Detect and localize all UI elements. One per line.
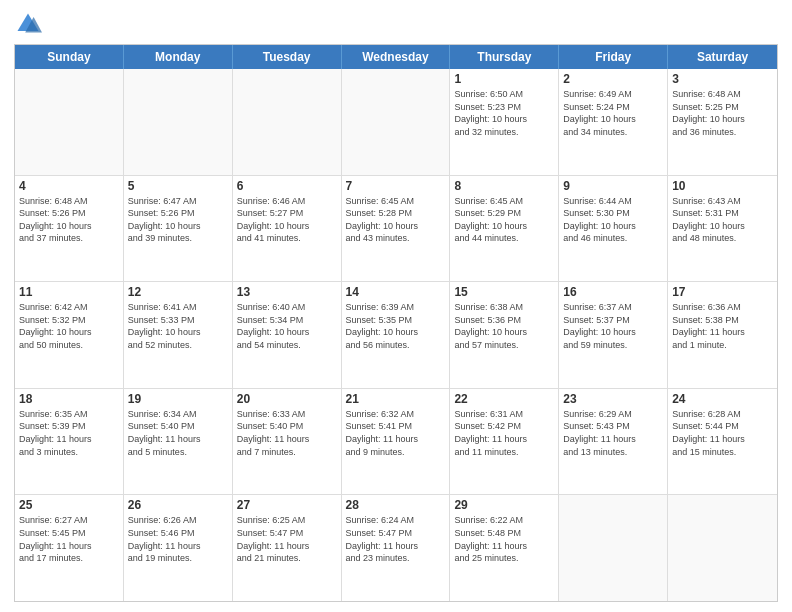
day-info: Sunrise: 6:43 AM Sunset: 5:31 PM Dayligh… <box>672 195 773 245</box>
day-info: Sunrise: 6:39 AM Sunset: 5:35 PM Dayligh… <box>346 301 446 351</box>
day-number: 21 <box>346 392 446 406</box>
day-number: 5 <box>128 179 228 193</box>
day-info: Sunrise: 6:36 AM Sunset: 5:38 PM Dayligh… <box>672 301 773 351</box>
day-info: Sunrise: 6:24 AM Sunset: 5:47 PM Dayligh… <box>346 514 446 564</box>
day-number: 6 <box>237 179 337 193</box>
calendar-row-2: 11Sunrise: 6:42 AM Sunset: 5:32 PM Dayli… <box>15 281 777 388</box>
day-info: Sunrise: 6:45 AM Sunset: 5:29 PM Dayligh… <box>454 195 554 245</box>
day-number: 11 <box>19 285 119 299</box>
day-number: 2 <box>563 72 663 86</box>
day-cell-13: 13Sunrise: 6:40 AM Sunset: 5:34 PM Dayli… <box>233 282 342 388</box>
day-info: Sunrise: 6:32 AM Sunset: 5:41 PM Dayligh… <box>346 408 446 458</box>
day-cell-11: 11Sunrise: 6:42 AM Sunset: 5:32 PM Dayli… <box>15 282 124 388</box>
day-info: Sunrise: 6:37 AM Sunset: 5:37 PM Dayligh… <box>563 301 663 351</box>
day-number: 17 <box>672 285 773 299</box>
day-number: 7 <box>346 179 446 193</box>
day-number: 22 <box>454 392 554 406</box>
day-number: 13 <box>237 285 337 299</box>
day-info: Sunrise: 6:22 AM Sunset: 5:48 PM Dayligh… <box>454 514 554 564</box>
day-cell-17: 17Sunrise: 6:36 AM Sunset: 5:38 PM Dayli… <box>668 282 777 388</box>
empty-cell <box>342 69 451 175</box>
day-cell-18: 18Sunrise: 6:35 AM Sunset: 5:39 PM Dayli… <box>15 389 124 495</box>
day-cell-20: 20Sunrise: 6:33 AM Sunset: 5:40 PM Dayli… <box>233 389 342 495</box>
day-number: 15 <box>454 285 554 299</box>
header-day-monday: Monday <box>124 45 233 69</box>
day-info: Sunrise: 6:45 AM Sunset: 5:28 PM Dayligh… <box>346 195 446 245</box>
day-number: 1 <box>454 72 554 86</box>
day-info: Sunrise: 6:47 AM Sunset: 5:26 PM Dayligh… <box>128 195 228 245</box>
day-number: 29 <box>454 498 554 512</box>
day-info: Sunrise: 6:35 AM Sunset: 5:39 PM Dayligh… <box>19 408 119 458</box>
header-day-wednesday: Wednesday <box>342 45 451 69</box>
day-number: 8 <box>454 179 554 193</box>
day-number: 25 <box>19 498 119 512</box>
logo <box>14 10 46 38</box>
day-number: 28 <box>346 498 446 512</box>
logo-icon <box>14 10 42 38</box>
calendar-row-0: 1Sunrise: 6:50 AM Sunset: 5:23 PM Daylig… <box>15 69 777 175</box>
day-cell-27: 27Sunrise: 6:25 AM Sunset: 5:47 PM Dayli… <box>233 495 342 601</box>
day-cell-12: 12Sunrise: 6:41 AM Sunset: 5:33 PM Dayli… <box>124 282 233 388</box>
day-cell-8: 8Sunrise: 6:45 AM Sunset: 5:29 PM Daylig… <box>450 176 559 282</box>
calendar-header: SundayMondayTuesdayWednesdayThursdayFrid… <box>15 45 777 69</box>
day-number: 19 <box>128 392 228 406</box>
day-number: 18 <box>19 392 119 406</box>
day-info: Sunrise: 6:38 AM Sunset: 5:36 PM Dayligh… <box>454 301 554 351</box>
day-number: 16 <box>563 285 663 299</box>
day-cell-5: 5Sunrise: 6:47 AM Sunset: 5:26 PM Daylig… <box>124 176 233 282</box>
day-info: Sunrise: 6:27 AM Sunset: 5:45 PM Dayligh… <box>19 514 119 564</box>
day-cell-3: 3Sunrise: 6:48 AM Sunset: 5:25 PM Daylig… <box>668 69 777 175</box>
day-number: 12 <box>128 285 228 299</box>
day-number: 20 <box>237 392 337 406</box>
day-cell-29: 29Sunrise: 6:22 AM Sunset: 5:48 PM Dayli… <box>450 495 559 601</box>
day-number: 3 <box>672 72 773 86</box>
header-day-saturday: Saturday <box>668 45 777 69</box>
day-cell-6: 6Sunrise: 6:46 AM Sunset: 5:27 PM Daylig… <box>233 176 342 282</box>
empty-cell <box>233 69 342 175</box>
day-info: Sunrise: 6:40 AM Sunset: 5:34 PM Dayligh… <box>237 301 337 351</box>
calendar-row-3: 18Sunrise: 6:35 AM Sunset: 5:39 PM Dayli… <box>15 388 777 495</box>
empty-cell <box>15 69 124 175</box>
page: SundayMondayTuesdayWednesdayThursdayFrid… <box>0 0 792 612</box>
calendar-row-1: 4Sunrise: 6:48 AM Sunset: 5:26 PM Daylig… <box>15 175 777 282</box>
day-cell-16: 16Sunrise: 6:37 AM Sunset: 5:37 PM Dayli… <box>559 282 668 388</box>
day-number: 23 <box>563 392 663 406</box>
empty-cell <box>668 495 777 601</box>
empty-cell <box>124 69 233 175</box>
day-number: 26 <box>128 498 228 512</box>
day-info: Sunrise: 6:25 AM Sunset: 5:47 PM Dayligh… <box>237 514 337 564</box>
header-day-sunday: Sunday <box>15 45 124 69</box>
day-cell-10: 10Sunrise: 6:43 AM Sunset: 5:31 PM Dayli… <box>668 176 777 282</box>
day-cell-4: 4Sunrise: 6:48 AM Sunset: 5:26 PM Daylig… <box>15 176 124 282</box>
day-cell-22: 22Sunrise: 6:31 AM Sunset: 5:42 PM Dayli… <box>450 389 559 495</box>
empty-cell <box>559 495 668 601</box>
day-cell-23: 23Sunrise: 6:29 AM Sunset: 5:43 PM Dayli… <box>559 389 668 495</box>
day-info: Sunrise: 6:44 AM Sunset: 5:30 PM Dayligh… <box>563 195 663 245</box>
header <box>14 10 778 38</box>
day-info: Sunrise: 6:48 AM Sunset: 5:25 PM Dayligh… <box>672 88 773 138</box>
header-day-tuesday: Tuesday <box>233 45 342 69</box>
day-info: Sunrise: 6:50 AM Sunset: 5:23 PM Dayligh… <box>454 88 554 138</box>
day-info: Sunrise: 6:49 AM Sunset: 5:24 PM Dayligh… <box>563 88 663 138</box>
calendar: SundayMondayTuesdayWednesdayThursdayFrid… <box>14 44 778 602</box>
day-info: Sunrise: 6:34 AM Sunset: 5:40 PM Dayligh… <box>128 408 228 458</box>
day-cell-15: 15Sunrise: 6:38 AM Sunset: 5:36 PM Dayli… <box>450 282 559 388</box>
day-cell-14: 14Sunrise: 6:39 AM Sunset: 5:35 PM Dayli… <box>342 282 451 388</box>
day-cell-2: 2Sunrise: 6:49 AM Sunset: 5:24 PM Daylig… <box>559 69 668 175</box>
day-number: 14 <box>346 285 446 299</box>
day-info: Sunrise: 6:46 AM Sunset: 5:27 PM Dayligh… <box>237 195 337 245</box>
calendar-row-4: 25Sunrise: 6:27 AM Sunset: 5:45 PM Dayli… <box>15 494 777 601</box>
header-day-thursday: Thursday <box>450 45 559 69</box>
day-cell-26: 26Sunrise: 6:26 AM Sunset: 5:46 PM Dayli… <box>124 495 233 601</box>
day-cell-28: 28Sunrise: 6:24 AM Sunset: 5:47 PM Dayli… <box>342 495 451 601</box>
day-info: Sunrise: 6:33 AM Sunset: 5:40 PM Dayligh… <box>237 408 337 458</box>
day-cell-19: 19Sunrise: 6:34 AM Sunset: 5:40 PM Dayli… <box>124 389 233 495</box>
day-info: Sunrise: 6:31 AM Sunset: 5:42 PM Dayligh… <box>454 408 554 458</box>
day-cell-24: 24Sunrise: 6:28 AM Sunset: 5:44 PM Dayli… <box>668 389 777 495</box>
day-info: Sunrise: 6:29 AM Sunset: 5:43 PM Dayligh… <box>563 408 663 458</box>
day-number: 24 <box>672 392 773 406</box>
day-info: Sunrise: 6:28 AM Sunset: 5:44 PM Dayligh… <box>672 408 773 458</box>
day-cell-9: 9Sunrise: 6:44 AM Sunset: 5:30 PM Daylig… <box>559 176 668 282</box>
day-number: 10 <box>672 179 773 193</box>
day-info: Sunrise: 6:48 AM Sunset: 5:26 PM Dayligh… <box>19 195 119 245</box>
